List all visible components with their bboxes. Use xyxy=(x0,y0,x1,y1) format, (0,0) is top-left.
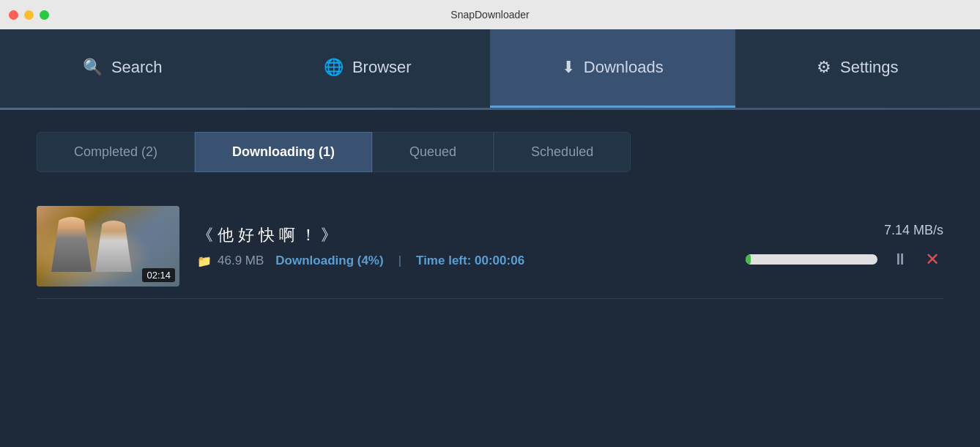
main-content: Completed (2) Downloading (1) Queued Sch… xyxy=(0,110,980,321)
browser-icon: 🌐 xyxy=(324,58,344,77)
folder-wrap: 📁 46.9 MB xyxy=(197,254,264,268)
maximize-button[interactable] xyxy=(40,10,49,20)
status-text: Downloading (4%) xyxy=(275,254,383,268)
status-separator: | xyxy=(398,254,401,268)
tab-browser[interactable]: 🌐 Browser xyxy=(245,29,491,108)
subtab-downloading[interactable]: Downloading (1) xyxy=(195,132,372,172)
download-meta: 📁 46.9 MB Downloading (4%) | Time left: … xyxy=(197,254,728,268)
subtab-scheduled[interactable]: Scheduled xyxy=(494,132,631,172)
thumbnail-container: 02:14 xyxy=(37,206,179,287)
tab-downloads[interactable]: ⬇ Downloads xyxy=(490,29,735,108)
tab-browser-label: Browser xyxy=(352,58,412,77)
video-duration: 02:14 xyxy=(142,268,175,282)
nav-tabs: 🔍 Search 🌐 Browser ⬇ Downloads ⚙ Setting… xyxy=(0,29,980,108)
close-button[interactable] xyxy=(9,10,18,20)
progress-fill xyxy=(746,254,751,265)
window-controls xyxy=(9,10,49,20)
right-section: 7.14 MB/s ⏸ ✕ xyxy=(746,223,943,270)
subtab-completed[interactable]: Completed (2) xyxy=(37,132,195,172)
file-size: 46.9 MB xyxy=(218,254,264,268)
person-silhouette-2 xyxy=(95,221,132,272)
app-title: SnapDownloader xyxy=(450,9,529,21)
download-icon: ⬇ xyxy=(562,58,575,77)
tab-search-label: Search xyxy=(111,58,163,77)
pause-button[interactable]: ⏸ xyxy=(889,248,911,270)
sub-tabs: Completed (2) Downloading (1) Queued Sch… xyxy=(37,132,943,172)
progress-bar xyxy=(746,254,877,265)
tab-downloads-label: Downloads xyxy=(584,58,664,77)
tab-settings[interactable]: ⚙ Settings xyxy=(735,29,981,108)
tab-settings-label: Settings xyxy=(840,58,899,77)
minimize-button[interactable] xyxy=(24,10,34,20)
download-controls: ⏸ ✕ xyxy=(889,248,943,270)
download-status: Downloading (4%) | Time left: 00:00:06 xyxy=(275,254,524,268)
subtab-queued[interactable]: Queued xyxy=(372,132,494,172)
settings-icon: ⚙ xyxy=(817,58,831,77)
bottom-row: ⏸ ✕ xyxy=(746,248,943,270)
download-speed: 7.14 MB/s xyxy=(855,223,943,238)
person-silhouette-1 xyxy=(51,217,92,272)
cancel-button[interactable]: ✕ xyxy=(921,248,943,270)
video-title: 《 他 好 快 啊 ！ 》 xyxy=(197,224,728,246)
folder-icon: 📁 xyxy=(197,254,212,268)
time-left: Time left: 00:00:06 xyxy=(416,254,524,268)
search-icon: 🔍 xyxy=(83,58,103,77)
titlebar: SnapDownloader xyxy=(0,0,980,29)
download-info: 《 他 好 快 啊 ！ 》 📁 46.9 MB Downloading (4%)… xyxy=(197,224,728,268)
tab-search[interactable]: 🔍 Search xyxy=(0,29,245,108)
download-item: 02:14 《 他 好 快 啊 ！ 》 📁 46.9 MB Downloadin… xyxy=(37,194,943,299)
